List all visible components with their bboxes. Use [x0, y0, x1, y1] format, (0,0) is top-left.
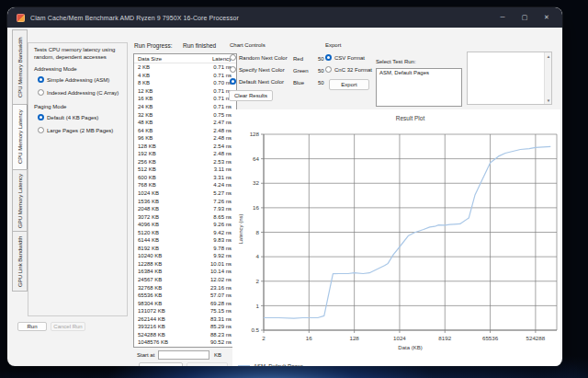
table-row[interactable]: 768 KB4.24 ns [134, 181, 236, 189]
start-kb-label: KB [214, 352, 221, 358]
app-window: Clam Cache/Mem Benchmark AMD Ryzen 9 795… [7, 7, 562, 366]
client-area: CPU Memory BandwidthCPU Memory LatencyGP… [7, 28, 562, 366]
table-row[interactable]: 4 KB0.71 ns [134, 72, 236, 80]
svg-text:2: 2 [262, 335, 266, 341]
table-row[interactable]: 5120 KB9.42 ns [134, 228, 236, 236]
legend-series-name: ASM, Default Pages [254, 363, 303, 366]
run-button[interactable]: Run [17, 322, 47, 331]
tab-cpu-memory-latency[interactable]: CPU Memory Latency [12, 104, 28, 170]
result-plot-panel: Result Plot Latency (ns) 0.5124816326412… [232, 109, 560, 366]
table-row[interactable]: 32768 KB23.16 ns [134, 283, 236, 292]
table-row[interactable]: 24567 KB12.02 ns [134, 276, 236, 284]
table-row[interactable]: 512 KB3.11 ns [134, 166, 236, 174]
radio-label: Default (4 KB Pages) [47, 115, 98, 120]
chart-y-axis-label: Latency (ns) [238, 201, 243, 257]
table-row[interactable]: 12288 KB10.01 ns [134, 260, 236, 269]
radio-random-next-color[interactable]: Random Next Color [230, 54, 288, 61]
radio-simple-addressing[interactable]: Simple Addressing (ASM) [38, 76, 109, 83]
radio-indexed-addressing[interactable]: Indexed Addressing (C Array) [38, 89, 119, 96]
table-row[interactable]: 10240 KB9.92 ns [134, 252, 236, 260]
table-row[interactable]: 192 KB2.48 ns [134, 150, 236, 158]
test-run-listbox[interactable]: ASM, Default Pages [376, 68, 462, 107]
close-button[interactable]: ✕ [542, 14, 551, 21]
scroll-down-icon[interactable]: ▼ [545, 97, 552, 104]
radio-label: Specify Next Color [239, 67, 285, 73]
table-row[interactable]: 262144 KB83.31 ns [134, 315, 236, 324]
table-row[interactable]: 1536 KB7.26 ns [134, 197, 236, 205]
table-row[interactable]: 524288 KB88.23 ns [134, 331, 236, 339]
run-status-text: Run finished [183, 42, 216, 49]
table-row[interactable]: 2 KB0.71 ns [134, 63, 236, 72]
table-row[interactable]: 600 KB3.31 ns [134, 174, 236, 182]
radio-label: Default Next Color [239, 79, 284, 85]
radio-dot [230, 66, 236, 73]
svg-text:524288: 524288 [526, 335, 546, 341]
radio-default-pages[interactable]: Default (4 KB Pages) [38, 114, 98, 120]
edit-test-sizes-button[interactable]: Edit Test Sizes [139, 362, 183, 366]
chart-title: Result Plot [264, 115, 557, 121]
cancel-run-button[interactable]: Cancel Run [51, 322, 85, 331]
radio-csv-format[interactable]: CSV Format [325, 54, 365, 61]
results-table-header[interactable]: Data Size Latency [134, 54, 236, 63]
tab-gpu-link-bandwidth[interactable]: GPU Link Bandwidth [12, 231, 28, 292]
table-row[interactable]: 12 KB0.71 ns [134, 87, 236, 96]
table-row[interactable]: 393216 KB85.29 ns [134, 323, 236, 331]
window-title: Clam Cache/Mem Benchmark AMD Ryzen 9 795… [30, 15, 498, 21]
table-row[interactable]: 8 KB0.70 ns [134, 79, 236, 87]
radio-default-next-color[interactable]: Default Next Color [230, 78, 284, 85]
table-row[interactable]: 1024 KB5.27 ns [134, 189, 236, 198]
desktop: { "colors": { "accent": "#0b64c4", "curv… [0, 0, 588, 378]
green-label: Green [293, 68, 309, 74]
table-row[interactable]: 98304 KB69.28 ns [134, 299, 236, 307]
svg-text:128: 128 [250, 131, 260, 137]
chart-controls-label: Chart Controls [230, 42, 266, 48]
radio-dot [230, 54, 236, 61]
svg-text:1: 1 [256, 303, 260, 309]
select-test-run-label: Select Test Run: [376, 59, 416, 64]
start-at-input[interactable] [158, 350, 209, 360]
radio-label: CSV Format [334, 55, 365, 61]
table-row[interactable]: 131072 KB75.15 ns [134, 307, 236, 315]
blue-value[interactable]: 50 [318, 80, 324, 86]
chart-x-axis-label: Data (KB) [264, 345, 557, 350]
table-row[interactable]: 96 KB2.48 ns [134, 134, 236, 143]
table-row[interactable]: 8192 KB9.78 ns [134, 245, 236, 253]
scroll-up-icon[interactable]: ▲ [545, 52, 552, 60]
radio-cnc32-format[interactable]: CnC 32 Format [325, 66, 372, 73]
results-listview[interactable]: Data Size Latency 2 KB0.71 ns4 KB0.71 ns… [133, 53, 237, 348]
clear-results-button[interactable]: Clear Results [229, 90, 273, 101]
remove-size-button[interactable]: Remove Size [187, 362, 228, 366]
table-row[interactable]: 64 KB2.48 ns [134, 126, 236, 134]
svg-text:128: 128 [349, 335, 359, 341]
table-row[interactable]: 48 KB2.47 ns [134, 119, 236, 127]
table-row[interactable]: 16384 KB10.14 ns [134, 268, 236, 276]
table-row[interactable]: 128 KB2.54 ns [134, 142, 236, 150]
minimize-button[interactable]: ─ [498, 14, 507, 21]
table-row[interactable]: 256 KB2.53 ns [134, 158, 236, 166]
red-value[interactable]: 50 [318, 56, 324, 62]
radio-specify-next-color[interactable]: Specify Next Color [230, 66, 285, 73]
list-item[interactable]: ASM, Default Pages [377, 69, 461, 76]
table-row[interactable]: 6144 KB9.83 ns [134, 236, 236, 245]
maximize-button[interactable]: ▢ [520, 14, 529, 21]
table-row[interactable]: 1048576 KB90.52 ns [134, 338, 236, 347]
export-button[interactable]: Export [329, 79, 369, 90]
paging-mode-label: Paging Mode [34, 104, 66, 109]
tab-cpu-memory-bandwidth[interactable]: CPU Memory Bandwidth [12, 29, 28, 105]
green-value[interactable]: 50 [318, 68, 324, 74]
table-row[interactable]: 4096 KB9.26 ns [134, 221, 236, 229]
table-row[interactable]: 65536 KB57.07 ns [134, 292, 236, 300]
table-row[interactable]: 16 KB0.71 ns [134, 95, 236, 103]
column-data-size[interactable]: Data Size [134, 56, 198, 62]
svg-text:8192: 8192 [438, 335, 451, 341]
results-table-body: 2 KB0.71 ns4 KB0.71 ns8 KB0.70 ns12 KB0.… [134, 63, 236, 347]
radio-large-pages[interactable]: Large Pages (2 MB Pages) [38, 127, 113, 133]
legend-line-swatch [238, 365, 250, 366]
table-row[interactable]: 32 KB0.75 ns [134, 110, 236, 119]
table-row[interactable]: 3072 KB8.65 ns [134, 212, 236, 221]
table-row[interactable]: 2048 KB7.93 ns [134, 205, 236, 213]
svg-text:4: 4 [256, 253, 260, 259]
vertical-scrollbar[interactable]: ▲ ▼ [544, 52, 551, 104]
tab-gpu-memory-latency[interactable]: GPU Memory Latency [12, 169, 28, 232]
table-row[interactable]: 24 KB0.71 ns [134, 103, 236, 111]
